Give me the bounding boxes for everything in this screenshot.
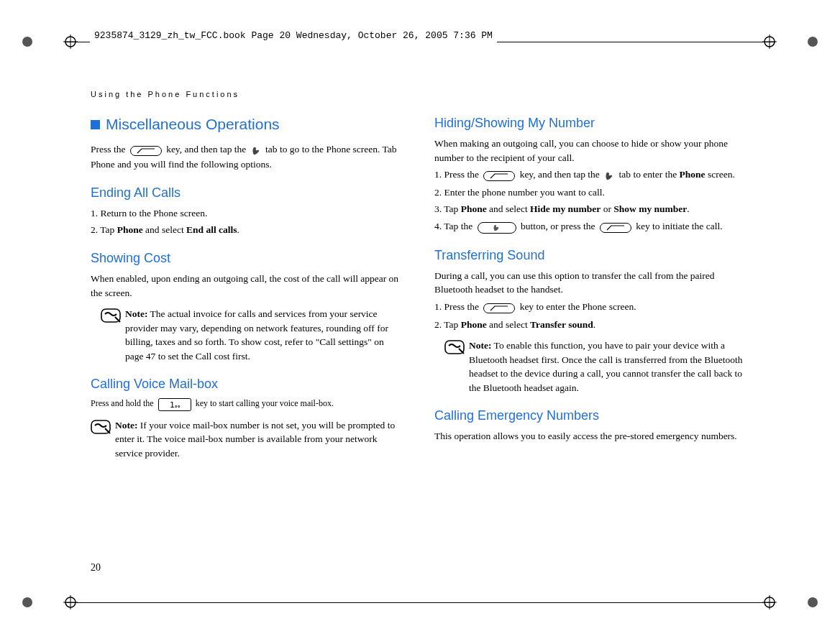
step: 1. Press the key, and then tap the tab t… <box>434 167 752 183</box>
text: key to start calling your voice mail-box… <box>196 398 334 408</box>
bold-text: Transfer sound <box>530 319 593 330</box>
call-button-icon <box>478 220 516 234</box>
text: 4. Tap the <box>434 221 475 231</box>
subheading-ending-calls: Ending All Calls <box>91 183 408 202</box>
step: 2. Enter the phone number you want to ca… <box>434 185 752 200</box>
text: Press and hold the <box>91 398 156 408</box>
note-label: Note: <box>115 420 137 431</box>
step: 3. Tap Phone and select Hide my number o… <box>434 202 752 216</box>
text: tab to enter the <box>619 169 680 180</box>
page-number: 20 <box>91 561 101 575</box>
text: If your voice mail-box number is not set… <box>115 420 395 459</box>
crop-target-icon <box>805 34 820 49</box>
text: . <box>687 203 689 214</box>
section-heading-miscellaneous: Miscellaneous Operations <box>91 114 408 135</box>
send-key-icon <box>600 220 631 234</box>
right-column: Hiding/Showing My Number When making an … <box>434 114 752 461</box>
crop-register-icon <box>63 34 78 49</box>
crop-bar-bottom <box>0 595 840 610</box>
text: and select <box>487 319 530 330</box>
bold-text: Show my number <box>613 203 687 214</box>
send-key-icon <box>483 168 515 183</box>
bold-text: Phone <box>461 203 487 214</box>
heading-text: Miscellaneous Operations <box>106 114 280 135</box>
crop-register-icon <box>762 34 777 49</box>
text: or <box>601 203 613 214</box>
subheading-emergency: Calling Emergency Numbers <box>434 406 752 425</box>
crop-line <box>65 602 775 603</box>
svg-point-0 <box>22 37 32 47</box>
crop-register-icon <box>63 595 78 610</box>
bold-text: Phone <box>461 319 487 330</box>
svg-text:1: 1 <box>170 400 175 410</box>
text: and select <box>143 224 186 235</box>
bold-text: Phone <box>680 169 706 180</box>
paragraph: Press and hold the 1ₒₒ key to start call… <box>91 397 408 410</box>
note-text: Note: To enable this function, you have … <box>469 339 748 395</box>
text: The actual invoice for calls and service… <box>125 308 388 362</box>
subheading-transfer-sound: Transferring Sound <box>434 246 752 264</box>
text: 1. Press the <box>434 169 481 180</box>
note-icon <box>444 340 465 357</box>
note-transfer-sound: Note: To enable this function, you have … <box>444 339 752 395</box>
send-key-icon <box>130 144 162 158</box>
text: . <box>237 224 239 235</box>
note-label: Note: <box>469 340 491 351</box>
paragraph: When making an outgoing call, you can ch… <box>434 137 752 165</box>
note-icon <box>91 420 111 437</box>
note-voicemail: Note: If your voice mail-box number is n… <box>91 418 408 461</box>
one-key-icon: 1ₒₒ <box>158 398 191 411</box>
phone-tab-icon <box>251 144 261 158</box>
text: 2. Tap <box>91 224 117 235</box>
subheading-voicemail: Calling Voice Mail-box <box>91 374 408 393</box>
subheading-hide-number: Hiding/Showing My Number <box>434 114 752 132</box>
intro-paragraph: Press the key, and then tap the tab to g… <box>91 142 408 171</box>
svg-rect-17 <box>484 303 515 313</box>
text: key, and then tap the <box>166 144 249 155</box>
framemaker-stamp: 9235874_3129_zh_tw_FCC.book Page 20 Wedn… <box>90 29 497 43</box>
bold-text: End all calls <box>186 224 237 235</box>
running-header: Using the Phone Functions <box>91 89 752 101</box>
svg-rect-14 <box>484 172 515 181</box>
text: 1. Press the <box>434 301 481 312</box>
svg-rect-8 <box>130 147 161 156</box>
step: 1. Press the key to enter the Phone scre… <box>434 300 752 315</box>
svg-point-26 <box>808 597 818 607</box>
text: 2. Tap <box>434 319 461 330</box>
svg-text:ₒₒ: ₒₒ <box>175 402 181 409</box>
bold-text: Hide my number <box>530 203 601 214</box>
note-text: Note: The actual invoice for calls and s… <box>125 307 404 363</box>
note-icon <box>101 308 121 326</box>
text: key, and then tap the <box>520 169 603 180</box>
note-showing-cost: Note: The actual invoice for calls and s… <box>101 307 408 363</box>
text: screen. <box>706 169 735 180</box>
page-content: Using the Phone Functions Miscellaneous … <box>91 89 752 460</box>
subheading-showing-cost: Showing Cost <box>91 249 408 267</box>
crop-target-icon <box>805 595 820 610</box>
paragraph: During a call, you can use this option t… <box>434 269 752 297</box>
text: Press the <box>91 144 128 155</box>
step: 2. Tap Phone and select End all calls. <box>91 223 408 237</box>
step: 1. Return to the Phone screen. <box>91 206 408 221</box>
crop-register-icon <box>762 595 777 610</box>
paragraph: When enabled, upon ending an outgoing ca… <box>91 272 408 300</box>
crop-target-icon <box>20 595 35 610</box>
svg-point-19 <box>22 597 32 607</box>
send-key-icon <box>483 300 515 315</box>
section-bullet-icon <box>91 120 100 129</box>
bold-text: Phone <box>117 224 143 235</box>
paragraph: This operation allows you to easily acce… <box>434 429 752 443</box>
text: and select <box>487 203 530 214</box>
text: button, or press the <box>521 221 598 231</box>
text: key to enter the Phone screen. <box>520 301 636 312</box>
svg-point-7 <box>808 37 818 47</box>
note-label: Note: <box>125 308 147 319</box>
phone-tab-icon <box>604 168 614 183</box>
text: key to initiate the call. <box>636 221 722 231</box>
step: 2. Tap Phone and select Transfer sound. <box>434 318 752 332</box>
note-text: Note: If your voice mail-box number is n… <box>115 418 404 461</box>
left-column: Miscellaneous Operations Press the key, … <box>91 114 408 461</box>
text: . <box>593 319 595 330</box>
crop-target-icon <box>20 34 35 49</box>
text: To enable this function, you have to pai… <box>469 340 743 393</box>
